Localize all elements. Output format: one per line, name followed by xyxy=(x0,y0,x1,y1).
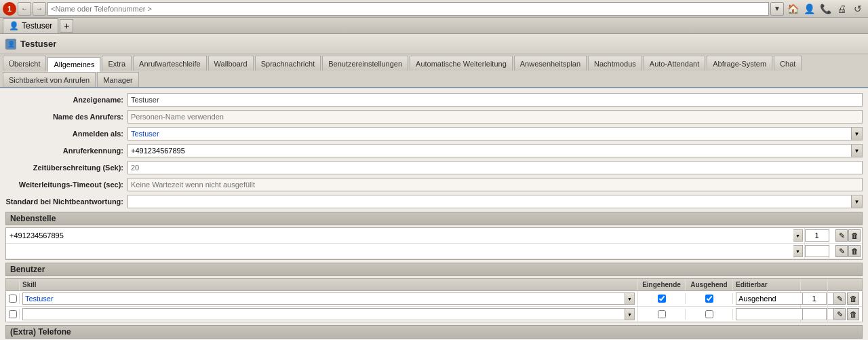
standard-dropdown-btn[interactable]: ▼ xyxy=(852,195,863,208)
nebenstelle-number-2[interactable] xyxy=(805,245,829,257)
nebenstelle-num-1 xyxy=(805,228,829,243)
anmelden-input[interactable] xyxy=(127,127,852,140)
benutzer-table-header: Skill Eingehende Ausgehend Editierbar xyxy=(6,279,862,291)
benutzer-edit-btn-2[interactable]: ✎ xyxy=(833,308,846,320)
window-tab-testuser[interactable]: 👤 Testuser xyxy=(3,18,58,33)
tab-abfrage-system[interactable]: Abfrage-System xyxy=(707,56,772,71)
benutzer-col-num-header xyxy=(801,279,828,290)
benutzer-col-icons-header xyxy=(828,279,862,290)
anmelden-label: Anmelden als: xyxy=(5,130,127,138)
nebenstelle-dd-btn-1[interactable]: ▼ xyxy=(793,229,803,242)
benutzer-col-outgoing-header: Ausgehend xyxy=(686,279,733,290)
tab-sichtbarkeit[interactable]: Sichtbarkeit von Anrufen xyxy=(3,72,96,87)
nebenstelle-num-2 xyxy=(805,244,829,259)
benutzer-col-incoming-header: Eingehende xyxy=(638,279,686,290)
tab-sprachnachricht[interactable]: Sprachnachricht xyxy=(255,56,321,71)
address-dropdown-btn[interactable]: ▼ xyxy=(770,2,784,16)
benutzer-skill-wrapper-1: ▼ xyxy=(22,292,635,305)
benutzer-col-check-header xyxy=(6,279,20,290)
tab-automatische-weiterleitung[interactable]: Automatische Weiterleitung xyxy=(410,56,513,71)
anmelden-wrapper: ▼ xyxy=(127,127,863,140)
benutzer-delete-btn-2[interactable]: 🗑 xyxy=(847,308,859,320)
benutzer-skill-cell-2: ▼ xyxy=(20,307,638,322)
benutzer-number-2[interactable] xyxy=(802,308,827,320)
benutzer-col-editable-header: Editierbar xyxy=(733,279,801,290)
benutzer-check-2 xyxy=(6,309,20,320)
tab-chat[interactable]: Chat xyxy=(774,56,802,71)
extra-telefone-header: (Extra) Telefone xyxy=(5,325,863,339)
benutzer-num-cell-2 xyxy=(801,307,828,322)
benutzer-delete-btn-1[interactable]: 🗑 xyxy=(847,292,859,305)
benutzer-incoming-checkbox-2[interactable] xyxy=(658,310,666,318)
refresh-icon[interactable]: ↺ xyxy=(850,2,865,16)
anmelden-dropdown-btn[interactable]: ▼ xyxy=(852,127,863,140)
tab-ubersicht[interactable]: Übersicht xyxy=(3,56,46,71)
window-tab-label: Testuser xyxy=(22,21,52,31)
tab-manager[interactable]: Manager xyxy=(97,72,138,87)
tab-anwesenheitsplan[interactable]: Anwesenheitsplan xyxy=(514,56,587,71)
benutzer-editable-cell-2: ▼ xyxy=(733,307,801,322)
standard-input[interactable] xyxy=(127,195,852,208)
tab-wallboard[interactable]: Wallboard xyxy=(208,56,254,71)
benutzer-incoming-checkbox-1[interactable] xyxy=(658,295,666,303)
tab-benutzereinstellungen[interactable]: Benutzereinstellungen xyxy=(322,56,408,71)
anzeigename-row: Anzeigename: xyxy=(5,92,863,107)
back-btn[interactable]: ← xyxy=(18,2,31,16)
benutzer-edit-btn-1[interactable]: ✎ xyxy=(833,292,846,305)
benutzer-outgoing-checkbox-1[interactable] xyxy=(705,295,713,303)
zeituberschreitung-label: Zeitüberschreitung (Sek): xyxy=(5,164,127,172)
benutzer-row-2: ▼ ▼ ✎ 🗑 xyxy=(6,307,862,322)
nebenstelle-dd-btn-2[interactable]: ▼ xyxy=(793,245,803,257)
nebenstelle-icons-1: ✎ 🗑 xyxy=(829,228,862,243)
tab-allgemeines[interactable]: Allgemeines xyxy=(47,57,100,72)
page-header: 👤 Testuser xyxy=(0,34,868,54)
page-title: Testuser xyxy=(20,39,56,49)
anrufer-row: Name des Anrufers: xyxy=(5,109,863,124)
anruferkennung-dropdown-btn[interactable]: ▼ xyxy=(852,144,863,157)
print-icon[interactable]: 🖨 xyxy=(834,2,849,16)
benutzer-outgoing-checkbox-2[interactable] xyxy=(705,310,713,318)
tab-anrufwarteschleife[interactable]: Anrufwarteschleife xyxy=(133,56,207,71)
tab-auto-attendant[interactable]: Auto-Attendant xyxy=(644,56,705,71)
nebenstelle-delete-btn-2[interactable]: 🗑 xyxy=(848,245,861,257)
anruferkennung-label: Anruferkennung: xyxy=(5,147,127,155)
anrufer-input[interactable] xyxy=(127,110,863,124)
benutzer-checkbox-1[interactable] xyxy=(9,295,17,303)
zeituberschreitung-input[interactable] xyxy=(127,161,863,174)
zeituberschreitung-row: Zeitüberschreitung (Sek): xyxy=(5,160,863,175)
nebenstelle-edit-btn-2[interactable]: ✎ xyxy=(835,245,848,257)
address-input[interactable] xyxy=(47,2,769,16)
benutzer-editable-cell-1: ▼ xyxy=(733,291,801,306)
tab-nachtmodus[interactable]: Nachtmodus xyxy=(588,56,642,71)
tab-extra[interactable]: Extra xyxy=(102,56,132,71)
user-icon[interactable]: 👤 xyxy=(802,2,816,16)
nebenstelle-edit-btn-1[interactable]: ✎ xyxy=(835,229,848,242)
nebenstelle-input-2[interactable] xyxy=(7,245,793,257)
standard-wrapper: ▼ xyxy=(127,195,863,208)
content-area: Anzeigename: Name des Anrufers: Anmelden… xyxy=(0,88,868,340)
benutzer-checkbox-2[interactable] xyxy=(9,310,17,318)
phone-icon[interactable]: 📞 xyxy=(818,2,833,16)
forward-btn[interactable]: → xyxy=(33,2,46,16)
standard-label: Standard bei Nichtbeantwortung: xyxy=(5,197,127,206)
home-icon[interactable]: 🏠 xyxy=(785,2,800,16)
weiterleitungs-input[interactable] xyxy=(127,178,863,191)
nebenstelle-number-1[interactable] xyxy=(805,229,829,242)
nebenstelle-table: ▼ ✎ 🗑 ▼ ✎ 🗑 xyxy=(5,227,863,260)
anzeigename-input[interactable] xyxy=(127,93,863,107)
benutzer-icons-1: ✎ 🗑 xyxy=(828,291,862,306)
weiterleitungs-row: Weiterleitungs-Timeout (sec): xyxy=(5,177,863,192)
benutzer-skill-input-2[interactable] xyxy=(22,308,625,320)
benutzer-skill-input-1[interactable] xyxy=(22,292,625,305)
nebenstelle-delete-btn-1[interactable]: 🗑 xyxy=(848,229,861,242)
nebenstelle-input-1[interactable] xyxy=(7,229,793,242)
benutzer-number-1[interactable] xyxy=(802,292,827,305)
back-circle-btn[interactable]: 1 xyxy=(3,2,16,16)
benutzer-skill-dd-2[interactable]: ▼ xyxy=(625,308,635,320)
anruferkennung-input[interactable] xyxy=(127,144,852,157)
benutzer-incoming-cell-1 xyxy=(638,293,686,304)
anzeigename-label: Anzeigename: xyxy=(5,96,127,104)
add-tab-btn[interactable]: + xyxy=(60,19,73,33)
anmelden-row: Anmelden als: ▼ xyxy=(5,126,863,141)
benutzer-skill-dd-1[interactable]: ▼ xyxy=(625,292,635,305)
